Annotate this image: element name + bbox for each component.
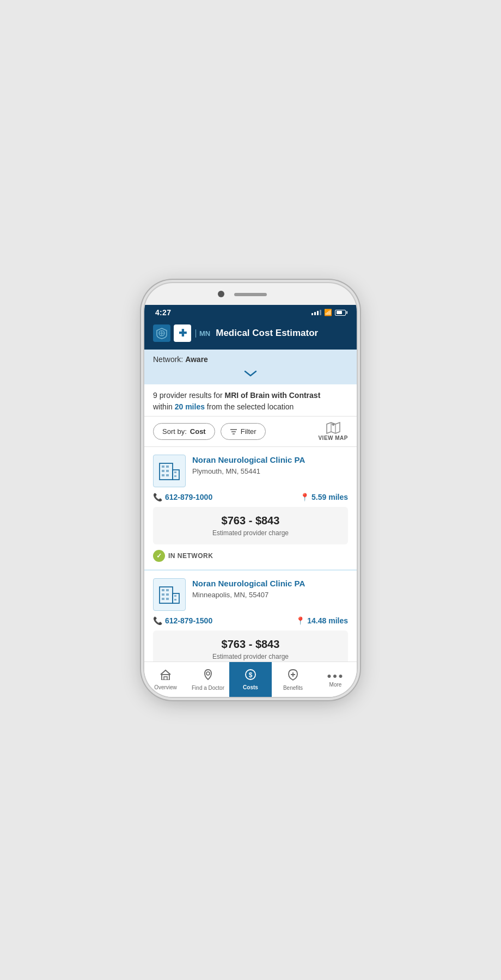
cost-range: $763 - $843 bbox=[161, 638, 340, 651]
wifi-icon: 📶 bbox=[324, 309, 332, 316]
providers-list: Noran Neurological Clinic PA Plymouth, M… bbox=[144, 447, 357, 661]
network-label: Network: Aware bbox=[153, 355, 208, 364]
signal-icon bbox=[311, 310, 321, 315]
provider-location: Plymouth, MN, 55441 bbox=[192, 467, 348, 475]
provider-contact: 📞 612-879-1000 📍 5.59 miles bbox=[153, 493, 348, 501]
nav-item-costs[interactable]: $ Costs bbox=[229, 662, 272, 697]
screen: 4:27 📶 bbox=[144, 305, 357, 697]
svg-rect-27 bbox=[173, 593, 179, 603]
provider-top: Noran Neurological Clinic PA Plymouth, M… bbox=[153, 455, 348, 487]
svg-rect-31 bbox=[164, 677, 167, 680]
nav-label-overview: Overview bbox=[154, 684, 177, 690]
provider-info: Noran Neurological Clinic PA Minneapolis… bbox=[192, 578, 348, 599]
provider-card[interactable]: Noran Neurological Clinic PA Plymouth, M… bbox=[144, 447, 357, 571]
svg-rect-12 bbox=[166, 465, 169, 468]
map-icon bbox=[326, 422, 340, 434]
phone-frame: 4:27 📶 bbox=[144, 283, 357, 697]
filter-bar: Sort by: Cost Filter VIE bbox=[144, 416, 357, 447]
nav-item-find-doctor[interactable]: Find a Doctor bbox=[187, 662, 229, 697]
logo-container: ✚ MN bbox=[153, 324, 210, 342]
status-bar: 4:27 📶 bbox=[144, 305, 357, 319]
svg-rect-22 bbox=[166, 589, 169, 591]
provider-location: Minneapolis, MN, 55407 bbox=[192, 591, 348, 599]
status-icons: 📶 bbox=[311, 309, 346, 316]
svg-rect-11 bbox=[162, 465, 164, 468]
nav-label-find-doctor: Find a Doctor bbox=[192, 685, 224, 691]
svg-rect-24 bbox=[166, 593, 169, 596]
svg-rect-25 bbox=[162, 598, 164, 600]
provider-contact: 📞 612-879-1500 📍 14.48 miles bbox=[153, 616, 348, 625]
svg-point-32 bbox=[206, 672, 210, 675]
location-pin-icon: 📍 bbox=[300, 493, 309, 501]
phone-icon: 📞 bbox=[153, 616, 162, 625]
provider-top: Noran Neurological Clinic PA Minneapolis… bbox=[153, 578, 348, 611]
provider-name: Noran Neurological Clinic PA bbox=[192, 455, 348, 465]
provider-card[interactable]: Noran Neurological Clinic PA Minneapolis… bbox=[144, 571, 357, 661]
svg-rect-18 bbox=[174, 471, 176, 473]
bcbs-cross-icon: ✚ bbox=[174, 324, 191, 342]
provider-phone[interactable]: 📞 612-879-1000 bbox=[153, 493, 212, 501]
svg-rect-28 bbox=[174, 595, 176, 597]
nav-label-costs: Costs bbox=[243, 684, 258, 690]
cost-label: Estimated provider charge bbox=[161, 529, 340, 537]
app-title: Medical Cost Estimator bbox=[216, 328, 318, 339]
phone-speaker bbox=[234, 293, 267, 296]
svg-rect-26 bbox=[166, 598, 169, 600]
svg-rect-13 bbox=[162, 470, 164, 472]
cost-box: $763 - $843 Estimated provider charge bbox=[153, 630, 348, 661]
find-doctor-icon bbox=[203, 669, 213, 683]
network-badge: ✓ IN NETWORK bbox=[153, 550, 348, 562]
provider-distance: 📍 14.48 miles bbox=[296, 616, 348, 625]
cost-box: $763 - $843 Estimated provider charge bbox=[153, 507, 348, 544]
network-bar[interactable]: Network: Aware bbox=[144, 350, 357, 369]
map-label: VIEW MAP bbox=[318, 435, 348, 441]
provider-building-icon bbox=[153, 455, 186, 487]
svg-rect-19 bbox=[174, 475, 176, 477]
svg-rect-21 bbox=[162, 589, 164, 591]
svg-rect-15 bbox=[162, 474, 164, 476]
chevron-section[interactable] bbox=[144, 369, 357, 384]
sort-button[interactable]: Sort by: Cost bbox=[153, 423, 215, 440]
provider-phone[interactable]: 📞 612-879-1500 bbox=[153, 616, 212, 625]
provider-building-icon bbox=[153, 578, 186, 611]
view-map-button[interactable]: VIEW MAP bbox=[318, 422, 348, 441]
nav-item-overview[interactable]: Overview bbox=[144, 662, 187, 697]
bcbs-shield-icon bbox=[153, 324, 170, 342]
filter-button[interactable]: Filter bbox=[221, 423, 266, 440]
status-time: 4:27 bbox=[155, 308, 171, 317]
svg-rect-14 bbox=[166, 470, 169, 472]
phone-icon: 📞 bbox=[153, 493, 162, 501]
phone-camera bbox=[218, 291, 224, 297]
nav-item-more[interactable]: ●●● More bbox=[314, 662, 357, 697]
in-network-check-icon: ✓ bbox=[153, 550, 165, 562]
svg-text:$: $ bbox=[249, 671, 253, 679]
nav-label-more: More bbox=[329, 682, 342, 688]
provider-distance: 📍 5.59 miles bbox=[300, 493, 348, 501]
location-pin-icon: 📍 bbox=[296, 616, 305, 625]
provider-info: Noran Neurological Clinic PA Plymouth, M… bbox=[192, 455, 348, 475]
nav-item-benefits[interactable]: Benefits bbox=[272, 662, 314, 697]
svg-rect-30 bbox=[162, 675, 169, 680]
home-icon bbox=[160, 669, 172, 683]
results-summary: 9 provider results for MRI of Brain with… bbox=[144, 384, 357, 416]
cost-range: $763 - $843 bbox=[161, 514, 340, 527]
benefits-icon bbox=[288, 669, 298, 683]
svg-rect-16 bbox=[166, 474, 169, 476]
provider-name: Noran Neurological Clinic PA bbox=[192, 578, 348, 589]
svg-rect-29 bbox=[174, 599, 176, 601]
svg-rect-23 bbox=[162, 593, 164, 596]
state-badge: MN bbox=[195, 329, 210, 338]
more-icon: ●●● bbox=[327, 671, 344, 680]
costs-icon: $ bbox=[245, 669, 256, 683]
in-network-label: IN NETWORK bbox=[168, 552, 213, 560]
svg-rect-17 bbox=[173, 470, 179, 480]
app-header: ✚ MN Medical Cost Estimator bbox=[144, 319, 357, 350]
cost-label: Estimated provider charge bbox=[161, 653, 340, 660]
filter-icon bbox=[230, 428, 237, 436]
chevron-down-icon bbox=[243, 369, 258, 378]
nav-label-benefits: Benefits bbox=[283, 685, 303, 691]
battery-icon bbox=[335, 310, 346, 316]
bottom-nav: Overview Find a Doctor $ bbox=[144, 661, 357, 697]
